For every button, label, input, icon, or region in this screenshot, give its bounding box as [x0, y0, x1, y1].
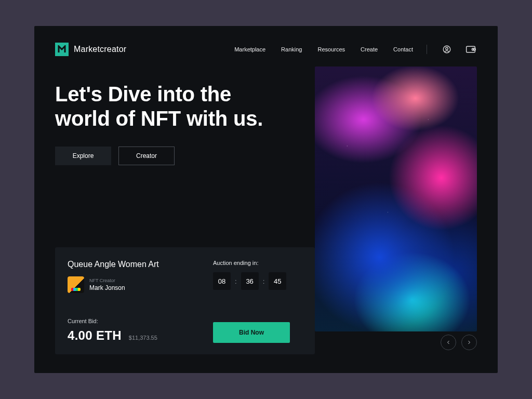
timer-colon: :	[235, 277, 237, 285]
brand-name: Marketcreator	[74, 45, 126, 54]
hero: Let's Dive into the world of NFT with us…	[55, 82, 278, 165]
creator-name: Mark Jonson	[89, 284, 125, 291]
bid-values: 4.00 ETH $11,373.55	[68, 328, 159, 343]
avatar	[68, 276, 84, 293]
bid-now-button[interactable]: Bid Now	[213, 322, 290, 343]
cta-row: Explore Creator	[55, 147, 278, 165]
svg-point-1	[446, 47, 448, 50]
bid-row: Current Bid: 4.00 ETH $11,373.55	[68, 318, 159, 343]
timer-minutes: 36	[241, 272, 259, 290]
svg-point-0	[443, 46, 450, 53]
wallet-icon[interactable]	[464, 43, 477, 56]
app-window: Marketcreator Marketplace Ranking Resour…	[34, 26, 498, 373]
bid-eth: 4.00 ETH	[68, 328, 122, 343]
current-bid-label: Current Bid:	[68, 318, 159, 324]
nav-create[interactable]: Create	[361, 46, 378, 52]
timer-hours: 08	[213, 272, 231, 290]
auction-ending-label: Auction ending in:	[213, 260, 258, 266]
countdown-timer: 08 : 36 : 45	[213, 272, 286, 290]
logo-icon	[55, 43, 69, 56]
nav-contact[interactable]: Contact	[393, 46, 413, 52]
nav-ranking[interactable]: Ranking	[281, 46, 302, 52]
svg-point-4	[473, 49, 474, 50]
creator-label: NFT Creator	[89, 278, 125, 283]
timer-colon: :	[263, 277, 265, 285]
featured-artwork[interactable]	[315, 66, 477, 331]
nav-wrap: Marketplace Ranking Resources Create Con…	[234, 43, 477, 56]
carousel-nav	[441, 335, 477, 350]
auction-info: Queue Angle Women Art NFT Creator Mark J…	[68, 260, 159, 343]
nav-resources[interactable]: Resources	[317, 46, 345, 52]
hero-headline: Let's Dive into the world of NFT with us…	[55, 82, 278, 131]
bid-usd: $11,373.55	[129, 335, 157, 341]
creator-meta: NFT Creator Mark Jonson	[89, 278, 125, 291]
timer-seconds: 45	[269, 272, 286, 290]
auction-card: Queue Angle Women Art NFT Creator Mark J…	[55, 247, 315, 354]
primary-nav: Marketplace Ranking Resources Create Con…	[234, 46, 413, 52]
creator-button[interactable]: Creator	[118, 147, 175, 165]
artwork-title: Queue Angle Women Art	[68, 260, 159, 269]
prev-arrow-icon[interactable]	[441, 335, 456, 350]
next-arrow-icon[interactable]	[461, 335, 477, 350]
explore-button[interactable]: Explore	[55, 147, 111, 165]
header: Marketcreator Marketplace Ranking Resour…	[55, 43, 477, 56]
nav-marketplace[interactable]: Marketplace	[234, 46, 265, 52]
nav-divider	[427, 45, 427, 54]
creator-row[interactable]: NFT Creator Mark Jonson	[68, 276, 159, 293]
auction-right: Auction ending in: 08 : 36 : 45 Bid Now	[213, 260, 302, 343]
brand[interactable]: Marketcreator	[55, 43, 126, 56]
profile-icon[interactable]	[441, 43, 453, 56]
